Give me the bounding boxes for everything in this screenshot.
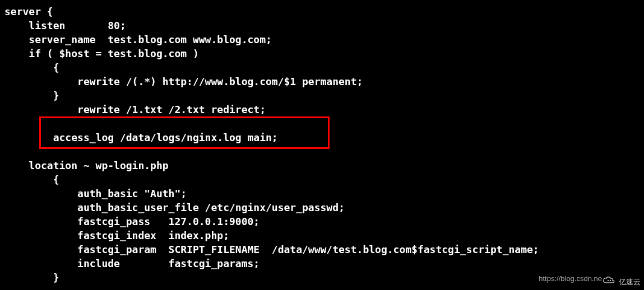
watermark-logo: 亿速云 [602,275,641,289]
code-line: fastcgi_pass 127.0.0.1:9000; [4,216,260,227]
code-line: server { [4,6,53,17]
code-line: fastcgi_index index.php; [4,230,229,241]
code-line: rewrite /(.*) http://www.blog.com/$1 per… [4,76,363,87]
code-line: } [4,90,59,101]
code-line: rewrite /1.txt /2.txt redirect; [4,104,266,115]
code-line: { [4,174,59,185]
watermark-url: https://blog.csdn.ne [539,272,602,286]
code-line-highlighted: access_log /data/logs/nginx.log main; [4,132,278,143]
svg-point-1 [610,280,611,281]
code-line: listen 80; [4,20,126,31]
code-line: { [4,62,59,73]
code-line: server_name test.blog.com www.blog.com; [4,34,272,45]
code-line: location ~ wp-login.php [4,160,169,171]
code-line: include fastcgi_params; [4,258,260,269]
code-line: auth_basic "Auth"; [4,188,187,199]
nginx-config-code: server { listen 80; server_name test.blo… [0,0,644,284]
cloud-icon [602,275,617,289]
code-line: fastcgi_param SCRIPT_FILENAME /data/www/… [4,244,539,255]
code-line: if ( $host = test.blog.com ) [4,48,199,59]
code-line: auth_basic_user_file /etc/nginx/user_pas… [4,202,345,213]
svg-point-0 [608,280,609,281]
watermark-brand: 亿速云 [619,275,641,289]
code-line: } [4,272,59,283]
